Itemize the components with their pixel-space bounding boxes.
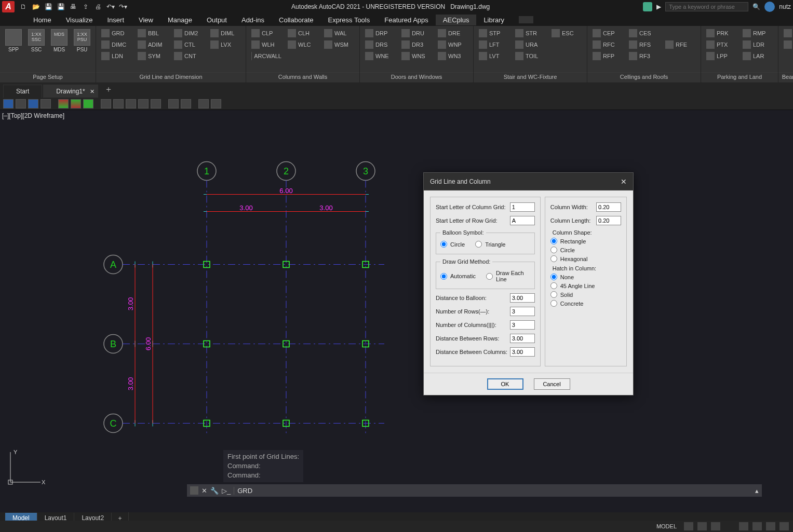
input-dist-cols[interactable] xyxy=(510,347,535,357)
new-icon[interactable]: 🗋 xyxy=(19,2,28,11)
cmd-lvt[interactable]: LVT xyxy=(477,51,511,61)
app-logo[interactable]: A xyxy=(2,1,15,12)
cmd-diml[interactable]: DIML xyxy=(208,28,243,38)
menu-collaborate[interactable]: Collaborate xyxy=(272,15,321,25)
cmd-wlh[interactable]: WLH xyxy=(249,39,284,50)
cmd-close-icon[interactable]: ✕ xyxy=(201,487,207,495)
tool-2[interactable] xyxy=(16,99,26,108)
radio-circle[interactable]: Circle xyxy=(440,241,465,248)
radio-hexagonal[interactable]: Hexagonal xyxy=(550,255,621,262)
cmd-stp[interactable]: STP xyxy=(477,28,511,38)
status-snap-icon[interactable] xyxy=(697,522,707,530)
input-dist-balloon[interactable] xyxy=(510,293,535,303)
save-icon[interactable]: 💾 xyxy=(44,2,53,11)
tool-7[interactable] xyxy=(83,99,93,108)
status-b2-icon[interactable] xyxy=(752,522,762,530)
radio-circle-shape[interactable]: Circle xyxy=(550,247,621,253)
help-arrow-icon[interactable]: ▶ xyxy=(656,3,661,10)
menu-expresstools[interactable]: Express Tools xyxy=(321,15,378,25)
redo-icon[interactable]: ↷▾ xyxy=(118,2,128,11)
tool-14[interactable] xyxy=(181,99,191,108)
status-model[interactable]: MODEL xyxy=(653,523,680,529)
radio-triangle[interactable]: Triangle xyxy=(475,241,505,248)
cmd-adim[interactable]: ADIM xyxy=(136,39,170,50)
menu-addins[interactable]: Add-ins xyxy=(234,15,272,25)
status-b4-icon[interactable] xyxy=(779,522,789,530)
tool-6[interactable] xyxy=(71,99,81,108)
cmd-clh[interactable]: CLH xyxy=(286,28,320,38)
menu-output[interactable]: Output xyxy=(199,15,234,25)
menu-home[interactable]: Home xyxy=(26,15,59,25)
drawing-area[interactable]: [–][Top][2D Wireframe] 1 2 3 A B C xyxy=(0,110,793,512)
cmd-drs[interactable]: DRS xyxy=(363,39,397,50)
cmd-bbl[interactable]: BBL xyxy=(136,28,170,38)
search-icon[interactable]: 🔍 xyxy=(752,3,760,10)
tool-8[interactable] xyxy=(101,99,111,108)
tool-15[interactable] xyxy=(198,99,209,108)
tool-9[interactable] xyxy=(113,99,124,108)
cmd-lar[interactable]: LAR xyxy=(741,51,775,61)
cancel-button[interactable]: Cancel xyxy=(534,378,570,390)
radio-concrete[interactable]: Concrete xyxy=(550,300,621,307)
menu-aecplus[interactable]: AECplus xyxy=(436,15,477,25)
cmd-sym[interactable]: SYM xyxy=(136,51,170,61)
ribbon-big-spp[interactable]: SPP xyxy=(3,28,24,53)
cmd-toil[interactable]: TOIL xyxy=(513,51,547,61)
new-tab-button[interactable]: ＋ xyxy=(99,81,118,98)
cmd-wsm[interactable]: WSM xyxy=(322,39,356,50)
cmd-rfp[interactable]: RFP xyxy=(590,51,625,61)
tool-s[interactable] xyxy=(28,99,38,108)
cmd-str[interactable]: STR xyxy=(513,28,547,38)
tool-12[interactable] xyxy=(151,99,161,108)
input-col-length[interactable] xyxy=(596,216,621,225)
open-icon[interactable]: 📂 xyxy=(31,2,41,11)
search-input[interactable] xyxy=(665,2,748,11)
cmd-ura[interactable]: URA xyxy=(513,39,547,50)
radio-each-line[interactable]: Draw Each Line xyxy=(486,270,530,282)
input-num-rows[interactable] xyxy=(510,307,535,316)
status-more-icon[interactable] xyxy=(711,522,720,530)
cmd-lft[interactable]: LFT xyxy=(477,39,511,50)
cmd-dim2[interactable]: DIM2 xyxy=(172,28,206,38)
status-b1-icon[interactable] xyxy=(739,522,748,530)
cmd-expand-icon[interactable]: ▴ xyxy=(755,487,759,495)
radio-automatic[interactable]: Automatic xyxy=(440,270,476,282)
ok-button[interactable]: OK xyxy=(487,378,523,390)
tool-16[interactable] xyxy=(211,99,221,108)
cmd-wn3[interactable]: WN3 xyxy=(436,51,470,61)
cmd-stc[interactable]: STC xyxy=(782,39,793,50)
user-avatar[interactable] xyxy=(764,2,775,12)
saveas-icon[interactable]: 💾 xyxy=(56,2,65,11)
cmd-handle-icon[interactable] xyxy=(190,486,198,495)
undo-icon[interactable]: ↶▾ xyxy=(106,2,115,11)
cmd-wns[interactable]: WNS xyxy=(399,51,434,61)
menu-manage[interactable]: Manage xyxy=(160,15,199,25)
radio-rectangle[interactable]: Rectangle xyxy=(550,238,621,244)
menu-visualize[interactable]: Visualize xyxy=(59,15,100,25)
ucs-icon[interactable]: Y X xyxy=(4,447,46,489)
cmd-rf3[interactable]: RF3 xyxy=(627,51,661,61)
cmd-dr3[interactable]: DR3 xyxy=(399,39,434,50)
tool-5[interactable] xyxy=(58,99,69,108)
radio-solid[interactable]: Solid xyxy=(550,291,621,298)
tab-drawing1[interactable]: Drawing1*✕ xyxy=(43,85,98,98)
cmd-ptx[interactable]: PTX xyxy=(704,39,738,50)
cmd-lpp[interactable]: LPP xyxy=(704,51,738,61)
menu-featuredapps[interactable]: Featured Apps xyxy=(377,15,436,25)
tool-13[interactable] xyxy=(168,99,179,108)
cmd-wnp[interactable]: WNP xyxy=(436,39,470,50)
plot-icon[interactable]: 🖶 xyxy=(69,2,78,11)
input-dist-rows[interactable] xyxy=(510,334,535,343)
viewport-label[interactable]: [–][Top][2D Wireframe] xyxy=(2,112,64,119)
tab-start[interactable]: Start xyxy=(3,85,42,98)
cmd-ces[interactable]: CES xyxy=(627,28,661,38)
cmd-cnt[interactable]: CNT xyxy=(172,51,206,61)
cmd-drp[interactable]: DRP xyxy=(363,28,397,38)
status-grid-icon[interactable] xyxy=(684,522,693,530)
print-icon[interactable]: 🖨 xyxy=(93,2,103,11)
cmd-rfe[interactable]: RFE xyxy=(663,39,697,50)
cmd-dru[interactable]: DRU xyxy=(399,28,434,38)
menu-view[interactable]: View xyxy=(131,15,160,25)
input-num-cols[interactable] xyxy=(510,320,535,330)
cmd-lvx[interactable]: LVX xyxy=(208,39,243,50)
